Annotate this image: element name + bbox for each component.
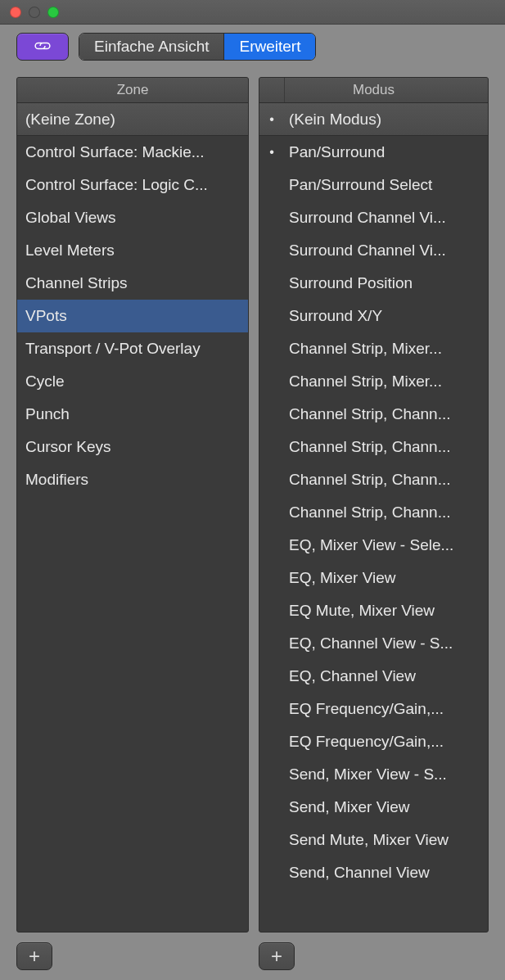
modus-item-label: Pan/Surround xyxy=(284,143,488,161)
modus-list-item[interactable]: •(Kein Modus) xyxy=(259,103,488,136)
modus-item-label: Send, Channel View xyxy=(284,864,488,882)
modus-list-item[interactable]: Channel Strip, Chann... xyxy=(259,398,488,431)
modus-list-item[interactable]: Send Mute, Mixer View xyxy=(259,824,488,856)
modus-list-item[interactable]: Surround Channel Vi... xyxy=(259,201,488,234)
extended-view-button[interactable]: Erweitert xyxy=(224,34,315,60)
modus-item-label: Surround X/Y xyxy=(284,307,488,325)
modus-item-label: Surround Channel Vi... xyxy=(284,242,488,260)
add-zone-button[interactable]: + xyxy=(16,942,52,970)
modus-item-label: Channel Strip, Chann... xyxy=(284,504,488,522)
link-toggle-button[interactable] xyxy=(16,33,69,61)
zone-list-item[interactable]: Channel Strips xyxy=(17,267,248,300)
modus-list-item[interactable]: Surround Position xyxy=(259,267,488,300)
window-titlebar xyxy=(0,0,505,25)
window-minimize-button[interactable] xyxy=(29,7,40,18)
modus-list-item[interactable]: Channel Strip, Chann... xyxy=(259,463,488,496)
modus-item-label: Channel Strip, Chann... xyxy=(284,471,488,489)
modus-column-header[interactable]: Modus xyxy=(259,78,488,103)
modus-list-item[interactable]: Channel Strip, Mixer... xyxy=(259,332,488,365)
add-modus-button[interactable]: + xyxy=(259,942,295,970)
toolbar: Einfache Ansicht Erweitert xyxy=(0,25,505,69)
modus-list-item[interactable]: EQ Frequency/Gain,... xyxy=(259,693,488,725)
modus-item-label: Channel Strip, Chann... xyxy=(284,438,488,456)
modus-list-item[interactable]: Send, Channel View xyxy=(259,856,488,889)
zone-column-header[interactable]: Zone xyxy=(17,78,248,103)
zone-list: (Keine Zone)Control Surface: Mackie...Co… xyxy=(17,103,248,932)
zone-list-item[interactable]: Punch xyxy=(17,398,248,431)
bullet-indicator: • xyxy=(259,145,284,160)
zone-list-item[interactable]: VPots xyxy=(17,300,248,332)
modus-item-label: Pan/Surround Select xyxy=(284,176,488,194)
modus-list-item[interactable]: Pan/Surround Select xyxy=(259,169,488,201)
modus-list-item[interactable]: EQ, Mixer View xyxy=(259,562,488,594)
modus-list-item[interactable]: EQ, Channel View - S... xyxy=(259,627,488,660)
modus-list-item[interactable]: Surround Channel Vi... xyxy=(259,234,488,267)
modus-panel: Modus •(Kein Modus)•Pan/SurroundPan/Surr… xyxy=(259,77,489,933)
zone-list-item[interactable]: (Keine Zone) xyxy=(17,103,248,136)
zone-panel: Zone (Keine Zone)Control Surface: Mackie… xyxy=(16,77,249,933)
zone-list-item[interactable]: Control Surface: Mackie... xyxy=(17,136,248,169)
modus-list-item[interactable]: EQ Frequency/Gain,... xyxy=(259,725,488,758)
modus-item-label: Surround Channel Vi... xyxy=(284,209,488,227)
main-content: Zone (Keine Zone)Control Surface: Mackie… xyxy=(0,69,505,936)
modus-item-label: EQ Frequency/Gain,... xyxy=(284,733,488,751)
modus-item-label: EQ Mute, Mixer View xyxy=(284,602,488,620)
modus-item-label: EQ, Channel View - S... xyxy=(284,635,488,653)
zone-list-item[interactable]: Cycle xyxy=(17,365,248,398)
modus-item-label: Channel Strip, Chann... xyxy=(284,405,488,423)
modus-item-label: EQ, Mixer View - Sele... xyxy=(284,536,488,554)
modus-list-item[interactable]: Send, Mixer View xyxy=(259,791,488,824)
link-icon xyxy=(32,38,53,56)
modus-list-item[interactable]: Channel Strip, Chann... xyxy=(259,431,488,463)
window-maximize-button[interactable] xyxy=(47,7,59,18)
modus-item-label: EQ, Mixer View xyxy=(284,569,488,587)
modus-item-label: EQ, Channel View xyxy=(284,667,488,685)
modus-item-label: Channel Strip, Mixer... xyxy=(284,340,488,358)
modus-list-item[interactable]: Surround X/Y xyxy=(259,300,488,332)
modus-item-label: (Kein Modus) xyxy=(284,111,488,129)
modus-list-item[interactable]: Channel Strip, Chann... xyxy=(259,496,488,529)
modus-list-item[interactable]: EQ, Mixer View - Sele... xyxy=(259,529,488,562)
modus-list: •(Kein Modus)•Pan/SurroundPan/Surround S… xyxy=(259,103,488,932)
footer-bar: + + xyxy=(0,936,505,980)
modus-list-item[interactable]: •Pan/Surround xyxy=(259,136,488,169)
zone-list-item[interactable]: Modifiers xyxy=(17,463,248,496)
bullet-indicator: • xyxy=(259,112,284,127)
zone-list-item[interactable]: Cursor Keys xyxy=(17,431,248,463)
plus-icon: + xyxy=(29,945,40,968)
view-mode-segmented-control: Einfache Ansicht Erweitert xyxy=(79,33,316,61)
zone-list-item[interactable]: Control Surface: Logic C... xyxy=(17,169,248,201)
zone-list-item[interactable]: Global Views xyxy=(17,201,248,234)
modus-item-label: Send, Mixer View - S... xyxy=(284,765,488,784)
modus-list-item[interactable]: EQ, Channel View xyxy=(259,660,488,693)
modus-item-label: Send, Mixer View xyxy=(284,798,488,816)
zone-list-item[interactable]: Transport / V-Pot Overlay xyxy=(17,332,248,365)
modus-list-item[interactable]: Send, Mixer View - S... xyxy=(259,758,488,791)
modus-item-label: Surround Position xyxy=(284,274,488,292)
modus-item-label: Channel Strip, Mixer... xyxy=(284,373,488,391)
window-close-button[interactable] xyxy=(10,7,21,18)
app-window: Einfache Ansicht Erweitert Zone (Keine Z… xyxy=(0,0,505,980)
modus-list-item[interactable]: Channel Strip, Mixer... xyxy=(259,365,488,398)
modus-item-label: Send Mute, Mixer View xyxy=(284,831,488,849)
modus-item-label: EQ Frequency/Gain,... xyxy=(284,700,488,718)
modus-list-item[interactable]: EQ Mute, Mixer View xyxy=(259,594,488,627)
plus-icon: + xyxy=(271,945,282,968)
zone-list-item[interactable]: Level Meters xyxy=(17,234,248,267)
simple-view-button[interactable]: Einfache Ansicht xyxy=(79,34,224,60)
